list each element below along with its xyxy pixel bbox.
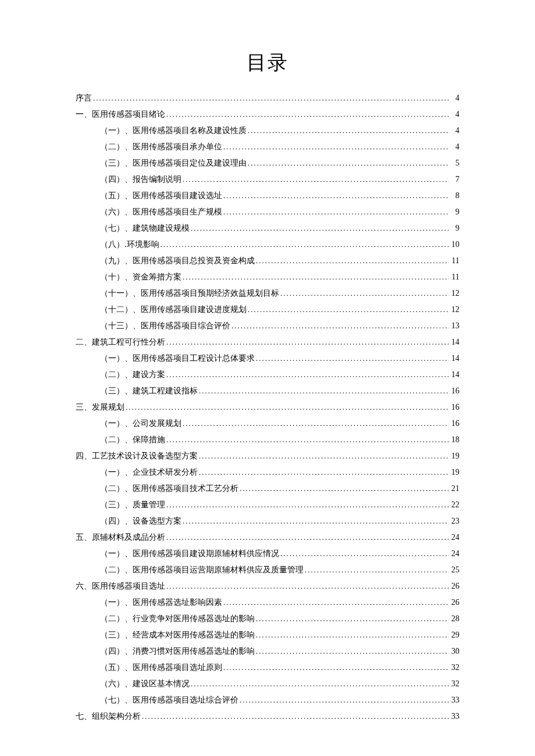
toc-entry-page: 16: [449, 383, 459, 399]
toc-entry: （六）、建设区基本情况32: [76, 676, 459, 692]
toc-dot-leader: [165, 107, 449, 122]
toc-entry: （二）、医用传感器项目技术工艺分析21: [76, 481, 459, 497]
toc-dot-leader: [247, 302, 449, 317]
toc-dot-leader: [198, 449, 449, 464]
toc-dot-leader: [222, 139, 449, 155]
toc-dot-leader: [165, 335, 449, 350]
toc-dot-leader: [230, 318, 449, 334]
toc-entry: （十二）、医用传感器项目建设进度规划12: [76, 302, 459, 318]
toc-entry-page: 29: [449, 627, 459, 643]
toc-dot-leader: [141, 709, 449, 724]
toc-entry: （十）、资金筹措方案11: [76, 269, 459, 285]
document-title: 目录: [76, 49, 459, 76]
toc-entry: （五）、医用传感器项目建设选址8: [76, 188, 459, 204]
toc-entry-label: （四）、报告编制说明: [100, 171, 181, 188]
toc-entry-label: （五）、医用传感器项目选址原则: [100, 660, 222, 676]
toc-entry-label: （一）、医用传感器项目建设期原辅材料供应情况: [100, 546, 279, 562]
toc-entry-label: （七）、建筑物建设规模: [100, 220, 190, 237]
toc-dot-leader: [165, 497, 449, 513]
toc-entry: （十一）、医用传感器项目预期经济效益规划目标12: [76, 285, 459, 302]
table-of-contents: 序言4一、医用传感器项目绪论4（一）、医用传感器项目名称及建设性质4（二）、医用…: [76, 90, 459, 725]
toc-entry-page: 21: [449, 481, 459, 497]
toc-entry: （八）.环境影响10: [76, 237, 459, 253]
toc-entry-page: 9: [449, 220, 459, 237]
toc-entry-page: 33: [449, 708, 459, 725]
toc-entry: （六）、医用传感器项目生产规模9: [76, 204, 459, 220]
toc-entry-label: （二）、建设方案: [100, 367, 165, 383]
toc-entry: 六、医用传感器项目选址26: [76, 578, 459, 594]
toc-entry-page: 11: [449, 269, 459, 285]
toc-entry: 七、组织架构分析33: [76, 708, 459, 725]
toc-entry-page: 10: [449, 237, 459, 253]
toc-dot-leader: [124, 400, 449, 415]
toc-entry-label: 五、原辅材料及成品分析: [76, 529, 165, 546]
toc-dot-leader: [165, 530, 449, 545]
toc-entry-page: 14: [449, 367, 459, 383]
toc-entry: （四）、设备选型方案23: [76, 513, 459, 529]
toc-entry-page: 28: [449, 611, 459, 627]
toc-entry-page: 4: [449, 123, 459, 139]
toc-entry: （十三）、医用传感器项目综合评价13: [76, 318, 459, 334]
toc-dot-leader: [255, 611, 449, 626]
toc-entry: （二）、医用传感器项目承办单位4: [76, 139, 459, 155]
toc-dot-leader: [238, 693, 449, 708]
toc-entry-page: 25: [449, 562, 459, 578]
toc-entry-page: 12: [449, 302, 459, 318]
toc-entry-page: 16: [449, 399, 459, 415]
toc-entry-page: 7: [449, 171, 459, 188]
toc-dot-leader: [165, 432, 449, 447]
toc-entry-label: （五）、医用传感器项目建设选址: [100, 188, 222, 204]
toc-entry-label: （十三）、医用传感器项目综合评价: [100, 318, 230, 334]
toc-entry-label: 六、医用传感器项目选址: [76, 578, 165, 594]
toc-entry-page: 26: [449, 578, 459, 594]
toc-dot-leader: [222, 660, 449, 675]
toc-entry: （三）、经营成本对医用传感器选址的影响29: [76, 627, 459, 643]
toc-entry-label: （一）、医用传感器项目工程设计总体要求: [100, 350, 255, 367]
toc-entry-label: 三、发展规划: [76, 399, 124, 415]
toc-entry-page: 18: [449, 432, 459, 448]
toc-entry-page: 5: [449, 155, 459, 171]
toc-dot-leader: [255, 351, 449, 366]
toc-dot-leader: [92, 91, 449, 106]
toc-entry: （一）、企业技术研发分析19: [76, 464, 459, 481]
toc-entry: （九）、医用传感器项目总投资及资金构成11: [76, 253, 459, 269]
toc-entry-page: 13: [449, 318, 459, 334]
toc-entry: （四）、消费习惯对医用传感器选址的影响30: [76, 643, 459, 660]
toc-entry-label: （二）、保障措施: [100, 432, 165, 448]
toc-entry: 序言4: [76, 90, 459, 106]
toc-dot-leader: [279, 546, 449, 561]
toc-entry-label: （八）.环境影响: [100, 237, 159, 253]
toc-dot-leader: [255, 644, 449, 659]
toc-dot-leader: [247, 156, 449, 171]
toc-entry-label: （一）、公司发展规划: [100, 415, 181, 432]
toc-dot-leader: [238, 481, 449, 496]
toc-entry-label: （一）、企业技术研发分析: [100, 464, 198, 481]
toc-entry-label: （四）、设备选型方案: [100, 513, 181, 529]
toc-dot-leader: [222, 205, 449, 220]
toc-dot-leader: [181, 514, 449, 529]
toc-entry-label: 七、组织架构分析: [76, 708, 141, 725]
toc-entry-page: 32: [449, 676, 459, 692]
toc-dot-leader: [165, 367, 449, 382]
toc-entry-page: 9: [449, 204, 459, 220]
toc-entry-page: 24: [449, 529, 459, 546]
toc-entry-page: 4: [449, 139, 459, 155]
toc-dot-leader: [159, 237, 450, 252]
toc-dot-leader: [190, 676, 449, 691]
toc-entry: （一）、公司发展规划16: [76, 415, 459, 432]
toc-entry: （七）、医用传感器项目选址综合评价33: [76, 692, 459, 708]
toc-entry: （三）、医用传感器项目定位及建设理由5: [76, 155, 459, 171]
toc-entry: 四、工艺技术设计及设备选型方案19: [76, 448, 459, 464]
toc-entry-label: （二）、医用传感器项目运营期原辅材料供应及质量管理: [100, 562, 304, 578]
toc-entry-label: （三）、经营成本对医用传感器选址的影响: [100, 627, 255, 643]
toc-entry-page: 19: [449, 464, 459, 481]
toc-entry-page: 24: [449, 546, 459, 562]
toc-entry-page: 22: [449, 497, 459, 513]
toc-entry-label: （十一）、医用传感器项目预期经济效益规划目标: [100, 285, 279, 302]
toc-entry-label: （六）、建设区基本情况: [100, 676, 190, 692]
toc-entry-page: 19: [449, 448, 459, 464]
toc-entry-page: 16: [449, 415, 459, 432]
toc-entry-label: （二）、医用传感器项目技术工艺分析: [100, 481, 238, 497]
toc-entry: 一、医用传感器项目绪论4: [76, 106, 459, 123]
toc-entry-label: （一）、医用传感器项目名称及建设性质: [100, 123, 247, 139]
